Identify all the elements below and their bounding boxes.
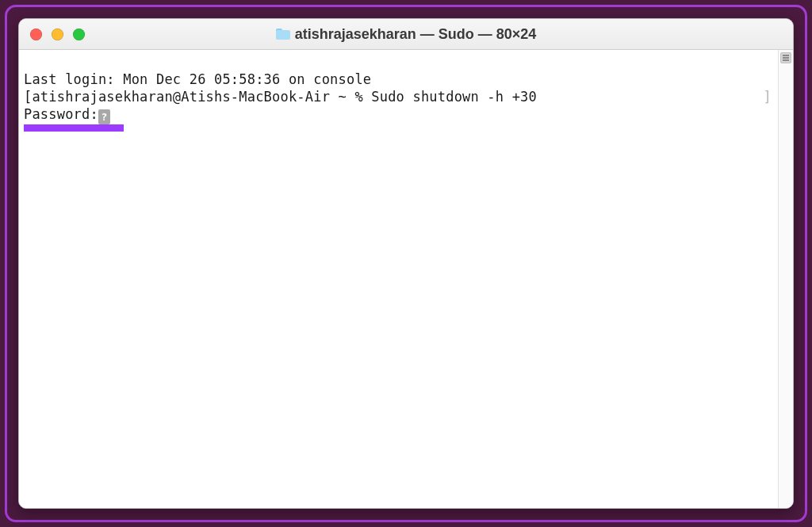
folder-icon	[276, 29, 290, 40]
prompt-open-bracket: [	[24, 89, 32, 105]
key-icon: ?	[98, 109, 110, 124]
scrollbar[interactable]	[778, 50, 793, 508]
password-label: Password:	[24, 106, 98, 122]
terminal-output[interactable]: Last login: Mon Dec 26 05:58:36 on conso…	[19, 50, 778, 508]
prompt-user-host: atishrajasekharan@Atishs-MacBook-Air ~ %	[32, 89, 371, 105]
last-login-line: Last login: Mon Dec 26 05:58:36 on conso…	[24, 71, 773, 88]
window-controls	[19, 29, 85, 40]
command-line: [atishrajasekharan@Atishs-MacBook-Air ~ …	[24, 88, 773, 105]
annotation-highlight	[24, 124, 124, 132]
scroll-indicator-icon	[780, 52, 791, 63]
terminal-body[interactable]: Last login: Mon Dec 26 05:58:36 on conso…	[19, 50, 793, 508]
window-title-text: atishrajasekharan — Sudo — 80×24	[295, 26, 537, 43]
prompt-close-bracket: ]	[764, 88, 773, 105]
desktop-highlight-border: atishrajasekharan — Sudo — 80×24 Last lo…	[5, 5, 807, 522]
terminal-window[interactable]: atishrajasekharan — Sudo — 80×24 Last lo…	[18, 18, 794, 509]
close-button[interactable]	[30, 29, 42, 40]
password-line: Password:?	[24, 105, 773, 124]
entered-command: Sudo shutdown -h +30	[371, 89, 537, 105]
minimize-button[interactable]	[52, 29, 63, 40]
zoom-button[interactable]	[73, 29, 85, 40]
window-title: atishrajasekharan — Sudo — 80×24	[19, 26, 793, 43]
window-titlebar[interactable]: atishrajasekharan — Sudo — 80×24	[19, 19, 793, 50]
desktop-background: atishrajasekharan — Sudo — 80×24 Last lo…	[0, 0, 812, 527]
